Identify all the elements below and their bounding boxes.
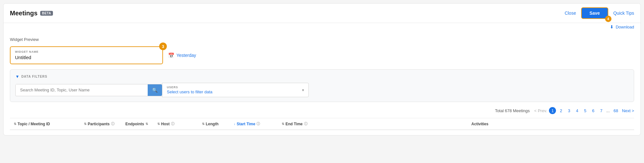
data-filters-header: ▼ DATA FILTERS [15, 74, 629, 79]
page-1[interactable]: 1 [549, 107, 556, 114]
date-filter-label: Yesterday [176, 53, 196, 58]
th-endpoints-label: Endpoints [125, 122, 144, 126]
th-topic[interactable]: ⇅ Topic / Meeting ID [10, 122, 80, 126]
header-actions: Close Save 4 Quick Tips [565, 7, 634, 19]
content-area: Widget Preview WIDGET NAME 3 📅 Yesterday… [4, 32, 640, 135]
search-input[interactable] [16, 84, 148, 96]
calendar-icon: 📅 [168, 52, 174, 58]
quick-tips-wrapper: Quick Tips [613, 10, 634, 16]
next-page-button[interactable]: Next > [622, 108, 634, 113]
filters-row: 🔍 USERS Select users to filter data ▾ [15, 83, 629, 97]
search-icon: 🔍 [152, 88, 158, 93]
page-4[interactable]: 4 [574, 108, 580, 114]
save-button[interactable]: Save [581, 7, 608, 19]
close-button[interactable]: Close [565, 11, 576, 16]
sort-icon-participants: ⇅ [84, 122, 86, 126]
save-btn-wrapper: Save 4 [581, 7, 608, 19]
step-3-badge: 3 [159, 43, 167, 50]
th-end-time[interactable]: ⇅ End Time ⓘ [278, 121, 326, 126]
title-area: Meetings BETA [10, 10, 565, 17]
sort-icon-host: ⇅ [157, 122, 160, 126]
th-length[interactable]: ⇅ Length [198, 122, 230, 126]
download-button[interactable]: ⬇ Download [610, 24, 634, 29]
info-icon-end-time: ⓘ [304, 121, 307, 126]
info-icon-start-time: ⓘ [256, 121, 260, 126]
table-header: ⇅ Topic / Meeting ID ⇅ Participants ⓘ En… [10, 118, 634, 130]
th-length-label: Length [206, 122, 218, 126]
date-filter-button[interactable]: 📅 Yesterday [168, 52, 196, 58]
pagination-row: Total 678 Meetings < Prev. 1 2 3 4 5 6 7… [10, 107, 634, 114]
total-meetings-label: Total 678 Meetings [495, 108, 530, 113]
sort-icon-end-time: ⇅ [282, 122, 284, 126]
th-host-label: Host [161, 122, 170, 126]
page-7[interactable]: 7 [598, 108, 604, 114]
search-button[interactable]: 🔍 [148, 84, 162, 96]
th-participants[interactable]: ⇅ Participants ⓘ [80, 121, 122, 126]
users-dropdown-inner: USERS Select users to filter data [167, 86, 300, 94]
widget-name-field: WIDGET NAME 3 [10, 46, 163, 64]
th-end-time-label: End Time [285, 122, 303, 126]
page-5[interactable]: 5 [582, 108, 588, 114]
save-step-badge: 4 [605, 16, 611, 22]
download-row: ⬇ Download [4, 23, 640, 32]
header: Meetings BETA Close Save 4 Quick Tips [4, 4, 640, 23]
widget-preview-label: Widget Preview [10, 37, 634, 42]
sort-icon-start-time: ↓ [234, 122, 235, 126]
page-ellipsis: ... [606, 108, 610, 113]
data-filters-section: ▼ DATA FILTERS 🔍 USERS Select users to f… [10, 69, 634, 102]
th-activities: Activities [326, 122, 634, 126]
th-topic-label: Topic / Meeting ID [18, 122, 50, 126]
download-label: Download [616, 25, 634, 29]
widget-name-input[interactable] [15, 55, 158, 60]
main-container: Meetings BETA Close Save 4 Quick Tips ⬇ … [3, 3, 641, 136]
prev-page-button[interactable]: < Prev. [534, 108, 547, 113]
page-2[interactable]: 2 [558, 108, 564, 114]
th-endpoints[interactable]: Endpoints ⇅ [122, 122, 153, 126]
users-label: USERS [167, 86, 300, 89]
beta-badge: BETA [40, 11, 53, 16]
th-host[interactable]: ⇅ Host ⓘ [153, 121, 198, 126]
page-3[interactable]: 3 [566, 108, 572, 114]
page-68[interactable]: 68 [612, 108, 620, 114]
chevron-down-icon: ▾ [302, 88, 304, 92]
th-start-time[interactable]: ↓ Start Time ⓘ [230, 121, 278, 126]
sort-icon-length: ⇅ [202, 122, 204, 126]
users-placeholder: Select users to filter data [167, 89, 300, 94]
quick-tips-button[interactable]: Quick Tips [613, 11, 634, 16]
filter-icon: ▼ [15, 74, 19, 79]
th-activities-label: Activities [471, 122, 488, 126]
sort-icon-endpoints: ⇅ [145, 122, 148, 126]
widget-row: WIDGET NAME 3 📅 Yesterday [10, 46, 634, 64]
search-container: 🔍 [15, 84, 162, 96]
th-start-time-label: Start Time [237, 122, 255, 126]
page-6[interactable]: 6 [590, 108, 596, 114]
info-icon-participants: ⓘ [111, 121, 115, 126]
page-title: Meetings [10, 10, 38, 17]
data-filters-label: DATA FILTERS [21, 75, 48, 78]
th-participants-label: Participants [88, 122, 110, 126]
widget-name-label: WIDGET NAME [15, 50, 158, 53]
info-icon-host: ⓘ [171, 121, 174, 126]
download-icon: ⬇ [610, 24, 614, 29]
sort-icon-topic: ⇅ [14, 122, 16, 126]
users-dropdown[interactable]: USERS Select users to filter data ▾ [162, 83, 309, 97]
